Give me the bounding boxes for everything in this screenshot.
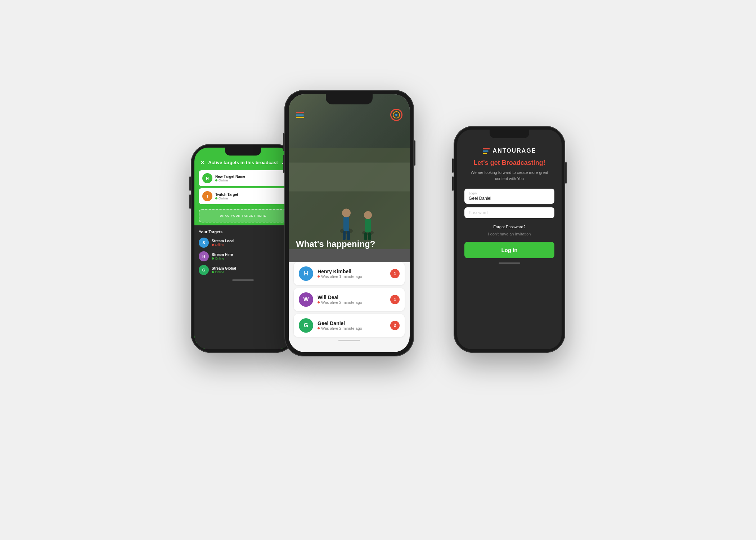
logo-lines bbox=[483, 148, 490, 154]
target-info-s: Stream Local Offline bbox=[212, 239, 234, 247]
volume-down-center bbox=[283, 155, 284, 173]
login-label: Login bbox=[469, 192, 550, 195]
target-name-h: Stream Here bbox=[212, 253, 233, 257]
volume-down-left bbox=[189, 194, 191, 209]
target-status-h: Online bbox=[212, 257, 233, 260]
drag-zone[interactable]: DRAG YOUR TARGET HERE bbox=[199, 209, 287, 222]
active-target-item-t[interactable]: T Twitch Target Online bbox=[199, 188, 287, 204]
volume-up-right bbox=[452, 158, 454, 173]
target-info-h: Stream Here Online bbox=[212, 253, 233, 260]
person-info-henry: Henry Kimbell Was alive 1 minute ago bbox=[318, 269, 390, 279]
phone-left: ✕ Active targets in this broadcast ✓ N N… bbox=[191, 144, 295, 353]
phone-left-screen: ✕ Active targets in this broadcast ✓ N N… bbox=[194, 148, 292, 349]
target-avatar-g: G bbox=[199, 265, 209, 275]
notch-left bbox=[225, 148, 261, 156]
forgot-password-link[interactable]: Forgot Password? bbox=[464, 225, 554, 229]
person-status-henry: Was alive 1 minute ago bbox=[318, 274, 390, 279]
home-indicator-right bbox=[499, 262, 520, 264]
person-badge-will: 1 bbox=[390, 295, 400, 304]
target-status-n: Online bbox=[215, 179, 245, 182]
person-name-geel: Geel Daniel bbox=[318, 320, 390, 326]
phone-right: ANTOURAGE Let's get Broadcasting! We are… bbox=[454, 126, 565, 353]
your-target-stream-here[interactable]: H Stream Here Online bbox=[199, 251, 287, 261]
target-center bbox=[395, 114, 397, 116]
your-targets-section: Your Targets S Stream Local Offline H bbox=[194, 225, 292, 349]
hamburger-menu[interactable] bbox=[296, 112, 304, 118]
phone-center-screen: What's happening? H Henry Kimbell Was al… bbox=[289, 94, 410, 352]
home-indicator-left bbox=[232, 279, 254, 281]
target-icon[interactable] bbox=[390, 109, 402, 121]
your-target-stream-global[interactable]: G Stream Global Online bbox=[199, 265, 287, 275]
target-info-g: Stream Global Online bbox=[212, 266, 236, 274]
people-list: H Henry Kimbell Was alive 1 minute ago 1 bbox=[289, 262, 410, 352]
login-button[interactable]: Log In bbox=[464, 242, 554, 258]
person-card-will[interactable]: W Will Deal Was alive 2 minute ago 1 bbox=[294, 288, 405, 311]
status-dot-online-g bbox=[212, 271, 214, 273]
side-button-center bbox=[414, 140, 415, 166]
volume-down-right bbox=[452, 176, 454, 191]
logo-text: ANTOURAGE bbox=[493, 148, 536, 154]
lets-broadcast-headline: Let's get Broadcasting! bbox=[464, 159, 554, 167]
person-info-will: Will Deal Was alive 2 minute ago bbox=[318, 294, 390, 305]
password-field[interactable]: Password bbox=[464, 207, 554, 218]
target-avatar-n: N bbox=[202, 173, 212, 183]
person-avatar-w: W bbox=[299, 292, 313, 307]
active-targets-title: Active targets in this broadcast bbox=[205, 160, 281, 165]
target-info-t: Twitch Target Online bbox=[215, 193, 238, 200]
notch-center bbox=[326, 94, 373, 104]
person-card-geel[interactable]: G Geel Daniel Was alive 2 minute ago 2 bbox=[294, 314, 405, 337]
close-icon[interactable]: ✕ bbox=[200, 159, 205, 166]
target-name-s: Stream Local bbox=[212, 239, 234, 243]
target-avatar-t: T bbox=[202, 191, 212, 201]
person-avatar-h: H bbox=[299, 266, 313, 281]
status-dot-offline-s bbox=[212, 244, 214, 246]
home-indicator-center bbox=[338, 340, 360, 341]
person-status-geel: Was alive 2 minute ago bbox=[318, 326, 390, 330]
person-badge-geel: 2 bbox=[390, 321, 400, 330]
login-field[interactable]: Login Geel Daniel bbox=[464, 189, 554, 204]
broadcast-subtext: We are looking forward to create more gr… bbox=[464, 170, 554, 181]
target-info-n: New Target Name Online bbox=[215, 175, 245, 182]
person-avatar-g: G bbox=[299, 318, 313, 333]
whats-happening-text: What's happening? bbox=[296, 239, 375, 249]
target-status-s: Offline bbox=[212, 243, 234, 247]
person-badge-henry: 1 bbox=[390, 269, 400, 278]
status-dot-online-t bbox=[215, 197, 217, 199]
scene: ✕ Active targets in this broadcast ✓ N N… bbox=[180, 72, 576, 468]
status-dot-henry bbox=[318, 275, 320, 278]
volume-up-left bbox=[189, 176, 191, 191]
logo-line-yellow bbox=[483, 153, 487, 154]
status-dot-will bbox=[318, 301, 320, 303]
status-dot-online-h bbox=[212, 257, 214, 260]
no-invitation-link[interactable]: I don't have an Invitation bbox=[464, 232, 554, 236]
password-placeholder: Password bbox=[469, 210, 550, 215]
notch-right bbox=[490, 130, 529, 138]
person-name-will: Will Deal bbox=[318, 294, 390, 300]
target-name-g: Stream Global bbox=[212, 266, 236, 270]
phone-center: What's happening? H Henry Kimbell Was al… bbox=[284, 90, 414, 356]
your-target-stream-local[interactable]: S Stream Local Offline bbox=[199, 238, 287, 248]
login-value: Geel Daniel bbox=[469, 196, 550, 201]
target-ring bbox=[393, 111, 400, 118]
target-status-t: Online bbox=[215, 197, 238, 200]
active-targets-section: N New Target Name Online T Twitch T bbox=[194, 170, 292, 209]
logo-line-blue bbox=[483, 150, 489, 152]
target-name-t: Twitch Target bbox=[215, 193, 238, 197]
person-status-will: Was alive 2 minute ago bbox=[318, 300, 390, 305]
target-avatar-h: H bbox=[199, 251, 209, 261]
person-info-geel: Geel Daniel Was alive 2 minute ago bbox=[318, 320, 390, 330]
logo-line-red bbox=[483, 148, 490, 149]
status-dot-geel bbox=[318, 327, 320, 329]
phone-right-screen: ANTOURAGE Let's get Broadcasting! We are… bbox=[457, 130, 562, 349]
person-card-henry[interactable]: H Henry Kimbell Was alive 1 minute ago 1 bbox=[294, 262, 405, 285]
target-name-n: New Target Name bbox=[215, 175, 245, 179]
side-button-right bbox=[565, 162, 567, 184]
active-target-item-n[interactable]: N New Target Name Online bbox=[199, 170, 287, 186]
person-name-henry: Henry Kimbell bbox=[318, 269, 390, 274]
volume-up-center bbox=[283, 133, 284, 151]
target-avatar-s: S bbox=[199, 238, 209, 248]
target-status-g: Online bbox=[212, 270, 236, 274]
status-dot-online bbox=[215, 179, 217, 181]
your-targets-label: Your Targets bbox=[199, 230, 287, 234]
